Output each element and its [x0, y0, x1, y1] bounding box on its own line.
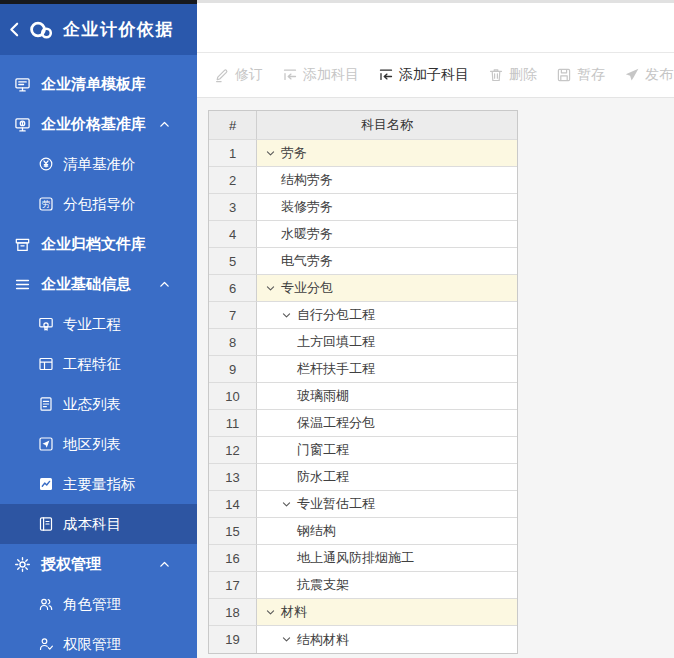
menu-icon [14, 276, 31, 293]
subject-name-cell[interactable]: 电气劳务 [257, 248, 517, 275]
table-row[interactable]: 7自行分包工程 [209, 302, 517, 329]
table-row[interactable]: 16地上通风防排烟施工 [209, 545, 517, 572]
row-number: 2 [209, 167, 257, 194]
sidebar-item-professional-project[interactable]: 专业工程 [0, 304, 197, 344]
sidebar-item-price-base-library[interactable]: 企业价格基准库 [0, 104, 197, 144]
gear-icon [14, 556, 31, 573]
subject-name-cell[interactable]: 抗震支架 [257, 572, 517, 599]
chart-square-icon [38, 476, 54, 492]
sidebar-header: 企业计价依据 [0, 4, 197, 55]
sidebar-item-basic-info[interactable]: 企业基础信息 [0, 264, 197, 304]
subject-name-cell[interactable]: 保温工程分包 [257, 410, 517, 437]
row-number: 19 [209, 626, 257, 653]
sidebar-item-role-management[interactable]: 角色管理 [0, 584, 197, 624]
table-row[interactable]: 18材料 [209, 599, 517, 626]
monitor-coin-icon [14, 116, 31, 133]
table-row[interactable]: 1劳务 [209, 140, 517, 167]
subject-name-cell[interactable]: 专业暂估工程 [257, 491, 517, 518]
chevron-down-icon[interactable] [281, 499, 292, 510]
subject-name-cell[interactable]: 玻璃雨棚 [257, 383, 517, 410]
stash-button[interactable]: 暂存 [556, 66, 605, 84]
sidebar-item-template-library[interactable]: 企业清单模板库 [0, 64, 197, 104]
chevron-down-icon[interactable] [265, 148, 276, 159]
sidebar-item-label: 地区列表 [63, 435, 121, 454]
table-row[interactable]: 9栏杆扶手工程 [209, 356, 517, 383]
sidebar-item-label: 工程特征 [63, 355, 121, 374]
table-row[interactable]: 15钢结构 [209, 518, 517, 545]
add-subject-button[interactable]: 添加科目 [282, 66, 359, 84]
subject-name-cell[interactable]: 钢结构 [257, 518, 517, 545]
row-number: 9 [209, 356, 257, 383]
table-row[interactable]: 17抗震支架 [209, 572, 517, 599]
subject-name-cell[interactable]: 自行分包工程 [257, 302, 517, 329]
sidebar-item-list-base-price[interactable]: 清单基准价 [0, 144, 197, 184]
subject-name-label: 土方回填工程 [297, 333, 375, 351]
send-icon [624, 67, 640, 83]
sidebar-item-cost-subject[interactable]: 成本科目 [0, 504, 197, 544]
subject-name-cell[interactable]: 门窗工程 [257, 437, 517, 464]
ledger-icon [38, 516, 54, 532]
layout-icon [38, 356, 54, 372]
row-number: 5 [209, 248, 257, 275]
subject-name-cell[interactable]: 地上通风防排烟施工 [257, 545, 517, 572]
subject-name-cell[interactable]: 装修劳务 [257, 194, 517, 221]
sidebar-item-label: 企业归档文件库 [41, 235, 146, 254]
user-check-icon [38, 636, 54, 652]
table-row[interactable]: 5电气劳务 [209, 248, 517, 275]
row-number: 16 [209, 545, 257, 572]
row-number: 12 [209, 437, 257, 464]
subject-name-cell[interactable]: 土方回填工程 [257, 329, 517, 356]
chevron-down-icon[interactable] [265, 283, 276, 294]
yen-circle-icon [38, 156, 54, 172]
subject-name-cell[interactable]: 水暖劳务 [257, 221, 517, 248]
table-row[interactable]: 6专业分包 [209, 275, 517, 302]
table-row[interactable]: 14专业暂估工程 [209, 491, 517, 518]
table-row[interactable]: 12门窗工程 [209, 437, 517, 464]
sidebar-item-region-list[interactable]: 地区列表 [0, 424, 197, 464]
sidebar-item-authorization[interactable]: 授权管理 [0, 544, 197, 584]
chevron-down-icon[interactable] [281, 310, 292, 321]
table-row[interactable]: 8土方回填工程 [209, 329, 517, 356]
row-number: 11 [209, 410, 257, 437]
subject-name-cell[interactable]: 劳务 [257, 140, 517, 167]
subject-name-label: 劳务 [281, 144, 307, 162]
chevron-up-icon[interactable] [158, 558, 171, 571]
sidebar-item-label: 权限管理 [63, 635, 121, 654]
revise-button[interactable]: 修订 [214, 66, 263, 84]
subject-name-label: 钢结构 [297, 522, 336, 540]
back-chevron-icon[interactable] [6, 21, 23, 38]
sidebar-item-project-feature[interactable]: 工程特征 [0, 344, 197, 384]
subject-name-cell[interactable]: 结构劳务 [257, 167, 517, 194]
toolbar-blank-space [197, 3, 674, 52]
delete-button[interactable]: 删除 [488, 66, 537, 84]
table-row[interactable]: 19结构材料 [209, 626, 517, 653]
table-row[interactable]: 3装修劳务 [209, 194, 517, 221]
table-row[interactable]: 4水暖劳务 [209, 221, 517, 248]
chevron-up-icon[interactable] [158, 278, 171, 291]
subject-name-cell[interactable]: 栏杆扶手工程 [257, 356, 517, 383]
sidebar-item-business-list[interactable]: 业态列表 [0, 384, 197, 424]
chevron-down-icon[interactable] [281, 634, 292, 645]
sidebar-item-permission-management[interactable]: 权限管理 [0, 624, 197, 658]
subject-name-cell[interactable]: 防水工程 [257, 464, 517, 491]
subject-name-cell[interactable]: 专业分包 [257, 275, 517, 302]
sidebar-item-archive-library[interactable]: 企业归档文件库 [0, 224, 197, 264]
sidebar-item-key-indicators[interactable]: 主要量指标 [0, 464, 197, 504]
sidebar-item-label: 企业清单模板库 [41, 75, 146, 94]
subject-name-label: 装修劳务 [281, 198, 333, 216]
publish-button[interactable]: 发布 [624, 66, 673, 84]
add-sub-subject-button[interactable]: 添加子科目 [378, 66, 469, 84]
table-body: 1劳务2结构劳务3装修劳务4水暖劳务5电气劳务6专业分包7自行分包工程8土方回填… [209, 140, 517, 653]
chevron-up-icon[interactable] [158, 118, 171, 131]
chevron-down-icon[interactable] [265, 607, 276, 618]
table-row[interactable]: 10玻璃雨棚 [209, 383, 517, 410]
subject-name-cell[interactable]: 结构材料 [257, 626, 517, 653]
subject-name-cell[interactable]: 材料 [257, 599, 517, 626]
app-window: 企业计价依据 企业清单模板库企业价格基准库清单基准价劳分包指导价企业归档文件库企… [0, 0, 674, 658]
table-row[interactable]: 13防水工程 [209, 464, 517, 491]
sidebar-item-subcontract-guide-price[interactable]: 劳分包指导价 [0, 184, 197, 224]
table-row[interactable]: 11保温工程分包 [209, 410, 517, 437]
doc-lines-icon [38, 396, 54, 412]
save-icon [556, 67, 572, 83]
table-row[interactable]: 2结构劳务 [209, 167, 517, 194]
